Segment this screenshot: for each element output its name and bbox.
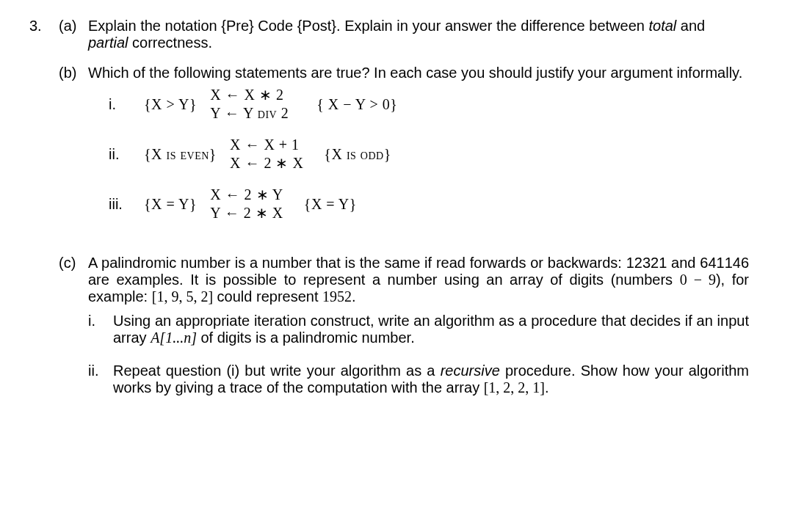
part-a-total: total — [648, 18, 676, 34]
part-b-intro: Which of the following statements are tr… — [88, 65, 749, 81]
c-i-label: i. — [88, 313, 113, 346]
part-a-row: 3. (a) Explain the notation {Pre} Code {… — [29, 18, 749, 51]
hoare-triple-2: ii. {X is even} X ← X + 1 X ← 2 ∗ X {X i… — [109, 136, 749, 172]
part-c-body: A palindromic number is a number that is… — [88, 255, 749, 401]
c-i-text2: of digits is a palindromic number. — [197, 329, 415, 346]
code-1-line1: X ← X ∗ 2 — [210, 86, 289, 104]
hoare-triple-1: i. {X > Y} X ← X ∗ 2 Y ← Y div 2 { X − Y… — [109, 86, 749, 123]
c-ii-arr: [1, 2, 2, 1] — [484, 379, 545, 396]
code-2: X ← X + 1 X ← 2 ∗ X — [230, 136, 303, 172]
c-i-row: i. Using an appropriate iteration constr… — [88, 313, 749, 346]
c-i-body: Using an appropriate iteration construct… — [113, 313, 749, 346]
code-3-line1: X ← 2 ∗ Y — [210, 186, 283, 204]
c-intro3: could represent — [213, 288, 322, 305]
part-a-text2: correctness. — [128, 34, 211, 51]
roman-iii: iii. — [109, 196, 131, 213]
code-3: X ← 2 ∗ Y Y ← 2 ∗ X — [210, 186, 283, 222]
c-ii-row: ii. Repeat question (i) but write your a… — [88, 362, 749, 396]
roman-i: i. — [109, 96, 131, 113]
part-b-row: (b) Which of the following statements ar… — [29, 65, 749, 236]
pre-1: {X > Y} — [144, 96, 197, 113]
part-b-label: (b) — [59, 65, 88, 236]
post-1: { X − Y > 0} — [316, 96, 397, 113]
c-array-ex: [1, 9, 5, 2] — [152, 288, 213, 305]
c-ii-text3: . — [545, 379, 549, 396]
c-num-ex: 1952 — [322, 288, 352, 305]
c-ii-recursive: recursive — [441, 362, 500, 379]
question-page: 3. (a) Explain the notation {Pre} Code {… — [0, 0, 793, 421]
c-intro1: A palindromic number is a number that is… — [88, 255, 749, 288]
code-3-line2: Y ← 2 ∗ X — [210, 204, 283, 222]
code-1: X ← X ∗ 2 Y ← Y div 2 — [210, 86, 289, 123]
c-ii-body: Repeat question (i) but write your algor… — [113, 362, 749, 396]
c-i-arr: A[1...n] — [151, 329, 197, 346]
code-2-line1: X ← X + 1 — [230, 136, 303, 154]
pre-2: {X is even} — [144, 146, 217, 163]
c-range: 0 − 9 — [680, 272, 716, 288]
pre-3: {X = Y} — [144, 196, 197, 213]
spacer — [29, 65, 59, 236]
part-a-body: Explain the notation {Pre} Code {Post}. … — [88, 18, 749, 51]
code-1-line2: Y ← Y div 2 — [210, 104, 289, 123]
hoare-triple-3: iii. {X = Y} X ← 2 ∗ Y Y ← 2 ∗ X {X = Y} — [109, 186, 749, 222]
part-b-body: Which of the following statements are tr… — [88, 65, 749, 236]
part-a-text1: Explain the notation {Pre} Code {Post}. … — [88, 18, 648, 34]
c-ii-text1: Repeat question (i) but write your algor… — [113, 362, 441, 379]
part-c-row: (c) A palindromic number is a number tha… — [29, 255, 749, 401]
code-2-line2: X ← 2 ∗ X — [230, 154, 303, 172]
part-a-partial: partial — [88, 34, 128, 51]
c-ii-label: ii. — [88, 362, 113, 396]
post-2: {X is odd} — [324, 146, 391, 163]
part-a-and: and — [676, 18, 705, 34]
question-number: 3. — [29, 18, 59, 51]
part-c-label: (c) — [59, 255, 88, 401]
part-a-label: (a) — [59, 18, 88, 51]
roman-ii: ii. — [109, 146, 131, 163]
post-3: {X = Y} — [304, 196, 357, 213]
c-intro4: . — [352, 288, 356, 305]
spacer2 — [29, 255, 59, 401]
